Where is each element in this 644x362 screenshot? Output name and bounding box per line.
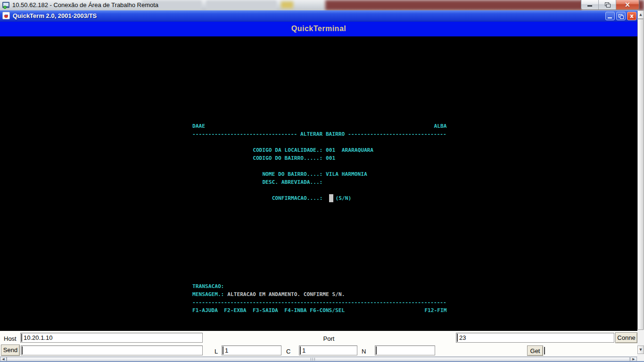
- get-button[interactable]: Get: [527, 346, 543, 356]
- terminal-line: CODIGO DO BAIRRO.....: 001: [192, 154, 456, 162]
- n-label: N: [362, 348, 366, 355]
- host-label: Host: [4, 335, 17, 342]
- app-minimize-button[interactable]: [605, 12, 615, 20]
- background-browser-tab: [206, 0, 277, 10]
- page-title: QuickTerminal: [0, 25, 637, 33]
- terminal-text-segment: ----------------------------------------…: [192, 298, 446, 306]
- scrollbar-grip: [314, 358, 315, 361]
- app-close-button[interactable]: x: [627, 12, 636, 20]
- terminal-line: --------------------------------- ALTERA…: [192, 130, 456, 138]
- background-blur-shape: [281, 1, 293, 8]
- vertical-scrollbar-thumb[interactable]: [637, 19, 644, 330]
- close-icon: ×: [616, 0, 639, 9]
- scrollbar-grip: [313, 358, 313, 361]
- terminal-line: NOME DO BAIRRO....: VILA HARMONIA: [192, 170, 456, 178]
- terminal-line: CODIGO DA LOCALIDADE.: 001 ARARAQUARA: [192, 146, 456, 154]
- connect-button[interactable]: Conne: [615, 332, 637, 343]
- scroll-up-button[interactable]: ▲: [637, 10, 644, 19]
- scroll-down-button[interactable]: ▼: [637, 346, 644, 354]
- terminal-line: CONFIRMACAO....: (S/N): [192, 194, 456, 202]
- app-title: QuickTerm 2.0, 2001-2003/TS: [13, 12, 97, 19]
- terminal-line: ----------------------------------------…: [192, 298, 456, 306]
- restore-button[interactable]: [599, 0, 616, 9]
- close-icon: x: [627, 12, 636, 20]
- text-caret: [544, 347, 545, 354]
- terminal-text-segment: TRANSACAO:: [192, 282, 224, 290]
- rdp-title-bar: 10.50.62.182 - Conexão de Área de Trabal…: [0, 0, 644, 11]
- line-label: L: [215, 348, 218, 355]
- app-window-buttons: x: [605, 12, 636, 20]
- terminal-text-segment: (S/N): [336, 194, 352, 202]
- connection-panel: Host 10.20.1.10 Port 23 Conne Send L 1 C…: [0, 331, 637, 356]
- terminal-text-segment: F1-AJUDA F2-EXBA F3-SAIDA F4-INBA F6-CON…: [192, 306, 345, 314]
- terminal-text-segment: NOME DO BAIRRO....: VILA HARMONIA: [262, 170, 367, 178]
- minimize-icon: [587, 5, 592, 7]
- close-button[interactable]: ×: [616, 0, 639, 9]
- terminal-line: DESC. ABREVIADA...:: [192, 178, 456, 186]
- terminal-text-segment: MENSAGEM.:: [192, 290, 224, 298]
- send-input[interactable]: [21, 346, 203, 355]
- n-input[interactable]: [375, 346, 435, 355]
- terminal-text-segment: ALBA: [434, 122, 447, 130]
- terminal-text-segment: DESC. ABREVIADA...:: [262, 178, 322, 186]
- terminal-line: DAAEALBA: [192, 122, 456, 130]
- send-button[interactable]: Send: [1, 345, 20, 356]
- terminal-text-segment: --------------------------------- ALTERA…: [192, 130, 446, 138]
- host-input[interactable]: 10.20.1.10: [20, 333, 203, 343]
- screen: 10.50.62.182 - Conexão de Área de Trabal…: [0, 0, 644, 362]
- column-label: C: [286, 348, 290, 355]
- terminal-text-segment: F12-FIM: [424, 306, 446, 314]
- terminal-content: DAAEALBA--------------------------------…: [192, 122, 456, 314]
- port-input[interactable]: 23: [456, 333, 614, 343]
- terminal-screen[interactable]: DAAEALBA--------------------------------…: [0, 37, 637, 331]
- terminal-line: F1-AJUDA F2-EXBA F3-SAIDA F4-INBA F6-CON…: [192, 306, 456, 314]
- minimize-icon: [608, 17, 612, 18]
- terminal-cursor: [329, 194, 333, 202]
- terminal-text-segment: CODIGO DA LOCALIDADE.: 001 ARARAQUARA: [253, 146, 373, 154]
- java-app-icon: [2, 12, 10, 19]
- scrollbar-corner: [637, 354, 644, 361]
- vertical-scrollbar[interactable]: ▲ ▼: [637, 10, 644, 354]
- restore-icon: [605, 2, 609, 6]
- rdp-title: 10.50.62.182 - Conexão de Área de Trabal…: [12, 1, 158, 8]
- remote-desktop-icon: [2, 2, 9, 8]
- terminal-text-segment: ALTERACAO EM ANDAMENTO. CONFIRME S/N.: [227, 290, 345, 298]
- app-title-bar: QuickTerm 2.0, 2001-2003/TS x: [0, 10, 644, 22]
- terminal-text-segment: CODIGO DO BAIRRO.....: 001: [253, 154, 335, 162]
- line-input[interactable]: 1: [222, 346, 281, 355]
- terminal-line: TRANSACAO:: [192, 282, 456, 290]
- terminal-line: MENSAGEM.:ALTERACAO EM ANDAMENTO. CONFIR…: [192, 290, 456, 298]
- scrollbar-grip: [311, 358, 311, 361]
- window-caption-buttons: ×: [581, 0, 639, 10]
- port-label: Port: [203, 335, 455, 342]
- minimize-button[interactable]: [581, 0, 599, 9]
- app-restore-button[interactable]: [616, 12, 626, 20]
- restore-icon: [619, 14, 622, 17]
- quickterminal-header: QuickTerminal: [0, 22, 637, 37]
- terminal-text-segment: DAAE: [192, 122, 205, 130]
- terminal-text-segment: CONFIRMACAO....:: [272, 194, 323, 202]
- column-input[interactable]: 1: [299, 346, 357, 355]
